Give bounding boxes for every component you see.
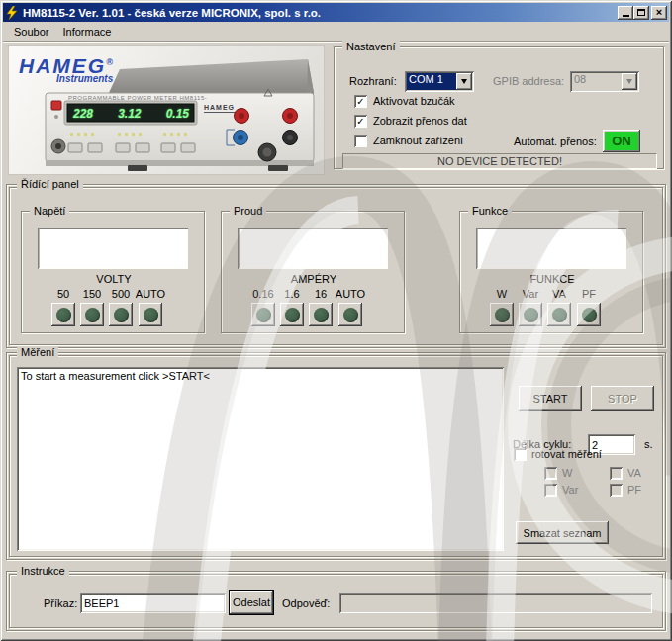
function-button-pf[interactable] bbox=[577, 303, 601, 326]
green-dot-icon bbox=[256, 308, 271, 322]
menu-informace[interactable]: Informace bbox=[55, 24, 118, 40]
lock-device-checkbox-label: Zamknout zařízení bbox=[373, 135, 463, 147]
green-dot-icon bbox=[552, 308, 567, 322]
device-status-bar: NO DEVICE DETECTED! bbox=[342, 153, 657, 169]
check-icon: ✓ bbox=[356, 96, 364, 107]
green-dot-icon bbox=[343, 308, 358, 322]
rotate-va-checkbox bbox=[610, 467, 623, 480]
current-unit-label: AMPÉRY bbox=[222, 273, 406, 285]
titlebar[interactable]: HM8115-2 Ver. 1.01 - česká verze MICRONI… bbox=[3, 3, 669, 22]
command-input[interactable] bbox=[80, 593, 226, 613]
window-title: HM8115-2 Ver. 1.01 - česká verze MICRONI… bbox=[23, 7, 618, 19]
function-label-pf: PF bbox=[568, 288, 610, 300]
green-dot-icon bbox=[85, 308, 100, 322]
auto-transfer-toggle-button[interactable]: ON bbox=[603, 130, 640, 152]
show-transfer-checkbox-label: Zobrazit přenos dat bbox=[373, 115, 467, 128]
interface-combobox-value: COM 1 bbox=[407, 73, 456, 90]
hameg-logo-subtitle: Instruments bbox=[56, 73, 113, 84]
command-input-field[interactable] bbox=[80, 593, 226, 613]
function-unit-label: FUNKCE bbox=[460, 273, 644, 285]
settings-group-label: Nastavení bbox=[342, 41, 400, 53]
clear-list-button[interactable]: Smazat seznam bbox=[516, 521, 609, 544]
measurement-section: Měření To start a measurement click >STA… bbox=[6, 352, 666, 560]
dropdown-arrow-icon bbox=[626, 79, 632, 84]
interface-combobox-dropdown-button[interactable] bbox=[456, 73, 472, 90]
green-dot-icon bbox=[495, 308, 510, 322]
app-window: HM8115-2 Ver. 1.01 - česká verze MICRONI… bbox=[0, 0, 672, 641]
device-photo: HAMEG® Instruments PROGRAMMABLE POWER ME… bbox=[8, 45, 325, 175]
voltage-range-button-150[interactable] bbox=[80, 303, 104, 326]
dropdown-arrow-icon bbox=[461, 79, 467, 84]
led-voltage: 228 bbox=[73, 107, 93, 121]
stop-button: STOP bbox=[591, 386, 654, 411]
current-range-label-auto: AUTO bbox=[330, 288, 371, 300]
voltage-range-button-500[interactable] bbox=[109, 303, 133, 326]
maximize-button[interactable] bbox=[633, 6, 649, 20]
voltage-range-label-auto: AUTO bbox=[130, 288, 171, 300]
lock-device-checkbox[interactable] bbox=[354, 135, 367, 147]
minimize-icon bbox=[623, 15, 629, 17]
current-range-button-16[interactable] bbox=[280, 303, 304, 326]
rotate-measurement-checkbox[interactable] bbox=[514, 448, 527, 461]
function-button-var[interactable] bbox=[519, 303, 542, 326]
rotate-var-label: Var bbox=[562, 484, 578, 497]
rotate-measurement-label: rotovat měření bbox=[531, 448, 602, 461]
rotate-w-label: W bbox=[562, 467, 572, 480]
device-panel-title: PROGRAMMABLE POWER METER HM8115-2 bbox=[68, 95, 207, 101]
current-range-button-016[interactable] bbox=[251, 303, 275, 326]
command-label: Příkaz: bbox=[44, 597, 77, 610]
led-power: 0.15 bbox=[166, 107, 189, 121]
rotate-pf-label: PF bbox=[627, 484, 641, 497]
green-dot-icon bbox=[582, 308, 597, 322]
device-panel-brand: HAMEG bbox=[204, 103, 235, 113]
voltage-display bbox=[38, 228, 188, 269]
instructions-section: Instrukce Příkaz: Odeslat Odpověď: bbox=[6, 571, 666, 631]
function-display bbox=[476, 228, 626, 269]
interface-combobox[interactable]: COM 1 bbox=[405, 71, 474, 92]
gpib-label: GPIB addresa: bbox=[493, 75, 564, 88]
voltage-group-label: Napětí bbox=[30, 205, 69, 218]
function-button-w[interactable] bbox=[490, 303, 514, 326]
buzzer-checkbox[interactable]: ✓ bbox=[354, 95, 367, 108]
function-group-label: Funkce bbox=[468, 205, 512, 218]
menu-soubor[interactable]: Soubor bbox=[7, 24, 55, 40]
green-dot-icon bbox=[144, 308, 158, 322]
settings-group: Nastavení Rozhraní: COM 1 GPIB addresa: … bbox=[334, 46, 664, 169]
control-panel-label: Řídící panel bbox=[17, 178, 83, 191]
voltage-range-button-auto[interactable] bbox=[139, 303, 162, 326]
maximize-icon bbox=[637, 9, 645, 16]
rotate-var-checkbox bbox=[544, 484, 557, 497]
gpib-combobox-dropdown-button bbox=[622, 73, 637, 90]
response-field-input bbox=[339, 593, 652, 613]
measurement-log-list[interactable]: To start a measurement click >START< bbox=[17, 367, 504, 551]
send-button[interactable]: Odeslat bbox=[230, 591, 273, 614]
function-button-va[interactable] bbox=[547, 303, 571, 326]
start-button[interactable]: START bbox=[519, 386, 582, 411]
minimize-button[interactable] bbox=[618, 6, 633, 20]
current-group: Proud AMPÉRY 0.16 1.6 16 AUTO bbox=[221, 211, 405, 333]
voltage-group: Napětí VOLTY 50 150 500 AUTO bbox=[21, 211, 205, 333]
interface-label: Rozhraní: bbox=[349, 75, 397, 88]
buzzer-checkbox-label: Aktivovat bzučák bbox=[373, 95, 455, 108]
current-range-button-160[interactable] bbox=[309, 303, 333, 326]
close-icon: × bbox=[656, 7, 662, 18]
check-icon: ✓ bbox=[356, 116, 364, 127]
close-button[interactable]: × bbox=[651, 6, 667, 20]
show-transfer-checkbox[interactable]: ✓ bbox=[354, 115, 367, 128]
current-display bbox=[238, 228, 388, 269]
measurement-log-line: To start a measurement click >START< bbox=[21, 370, 210, 382]
instructions-label: Instrukce bbox=[17, 565, 69, 578]
green-dot-icon bbox=[114, 308, 129, 322]
menubar: Soubor Informace bbox=[3, 22, 669, 41]
gpib-combobox: 08 bbox=[570, 71, 639, 92]
current-range-button-auto[interactable] bbox=[338, 303, 362, 326]
measurement-label: Měření bbox=[17, 346, 58, 359]
voltage-range-button-50[interactable] bbox=[51, 303, 75, 326]
green-dot-icon bbox=[314, 308, 329, 322]
rotate-va-label: VA bbox=[627, 467, 641, 480]
auto-transfer-label: Automat. přenos: bbox=[514, 136, 597, 148]
green-dot-icon bbox=[56, 308, 71, 322]
gpib-combobox-value: 08 bbox=[572, 73, 622, 90]
current-group-label: Proud bbox=[230, 205, 266, 218]
device-led-display: 228 3.12 0.15 bbox=[68, 105, 194, 122]
